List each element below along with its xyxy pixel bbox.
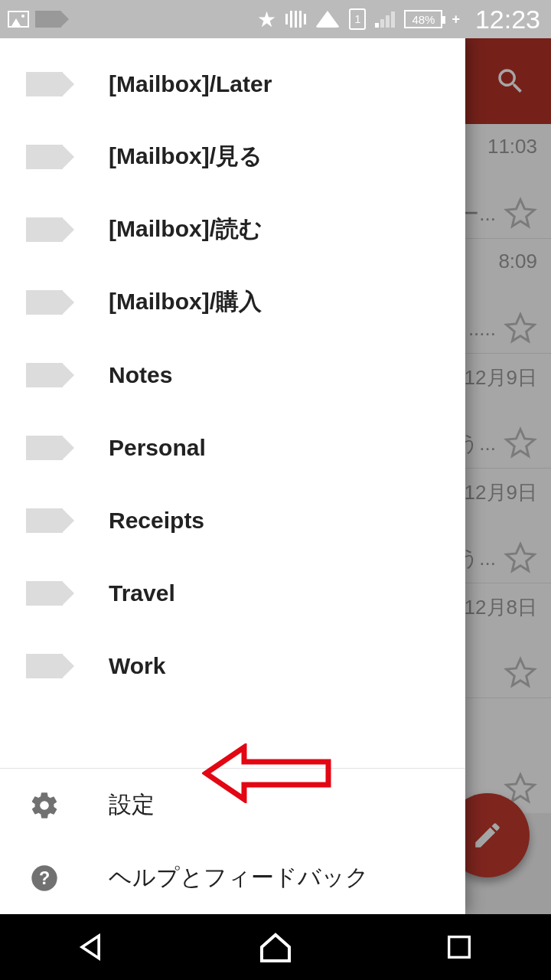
label-icon [26,145,63,169]
drawer-item-label: Work [109,653,165,679]
battery-icon: 48% [404,10,442,28]
label-icon [26,217,63,242]
drawer-item-label: Notes [109,362,172,388]
label-icon [26,581,63,606]
drawer-item-label: Travel [109,580,175,606]
drawer-help-feedback[interactable]: ? ヘルプとフィードバック [0,841,465,914]
drawer-label-later[interactable]: [Mailbox]/Later [0,47,465,120]
vibrate-icon [285,11,306,28]
status-clock: 12:23 [475,5,540,34]
svg-rect-2 [449,937,470,958]
drawer-label-notes[interactable]: Notes [0,338,465,411]
drawer-item-label: Receipts [109,508,204,534]
label-icon [26,363,63,387]
drawer-item-label: [Mailbox]/読む [109,214,262,245]
star-status-icon: ★ [257,7,276,32]
drawer-label-yomu[interactable]: [Mailbox]/読む [0,193,465,266]
signal-icon [375,11,395,28]
status-bar: ★ 1 48% + 12:23 [0,0,551,38]
drawer-label-travel[interactable]: Travel [0,557,465,629]
back-button[interactable] [72,927,112,967]
drawer-item-label: ヘルプとフィードバック [109,862,369,893]
label-icon [26,290,63,315]
gear-icon [29,790,60,821]
drawer-item-label: Personal [109,435,206,461]
label-icon [26,72,63,96]
home-button[interactable] [256,927,295,967]
image-notification-icon [8,11,29,28]
drawer-label-miru[interactable]: [Mailbox]/見る [0,120,465,193]
drawer-label-kounyuu[interactable]: [Mailbox]/購入 [0,266,465,338]
help-icon: ? [29,863,60,893]
triangle-back-icon [75,930,109,964]
svg-text:?: ? [39,868,50,888]
drawer-item-label: [Mailbox]/Later [109,71,272,97]
square-recents-icon [444,932,474,962]
label-icon [26,436,63,460]
navigation-drawer: [Mailbox] [Mailbox]/Later [Mailbox]/見る [… [0,38,465,914]
drawer-item-label: 設定 [109,789,155,821]
battery-charging-icon: + [452,11,460,28]
wifi-icon [315,11,340,28]
drawer-label-work[interactable]: Work [0,629,465,702]
label-icon [26,508,63,533]
label-notification-icon [35,11,61,28]
drawer-settings[interactable]: 設定 [0,769,465,841]
drawer-item-label: [Mailbox]/見る [109,141,262,172]
label-icon [26,654,63,678]
drawer-label-receipts[interactable]: Receipts [0,484,465,557]
sim-slot-icon: 1 [349,8,366,30]
recents-button[interactable] [439,927,479,967]
drawer-item-label: [Mailbox]/購入 [109,286,262,318]
system-nav-bar [0,914,551,980]
home-icon [257,929,294,965]
drawer-label-personal[interactable]: Personal [0,411,465,484]
